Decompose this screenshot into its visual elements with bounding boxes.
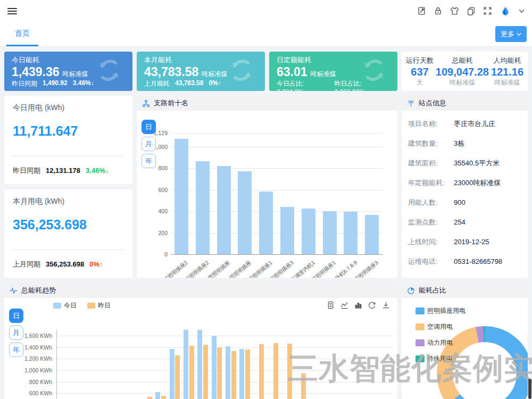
scrollbar-thumb[interactable]: [528, 379, 531, 399]
panel-header: 能耗占比: [402, 283, 528, 298]
y-axis-tick: 200: [137, 230, 168, 236]
site-row-label: 建筑数量:: [408, 139, 454, 148]
site-info-row: 建筑数量:3栋: [402, 134, 528, 153]
card-unit: 吨标准煤: [63, 70, 88, 79]
menu-toggle-icon[interactable]: [7, 6, 17, 16]
trend-bar-yesterday: [175, 355, 180, 399]
y-axis-tick: 0: [137, 251, 168, 257]
pie-icon: [407, 287, 415, 295]
site-row-label: 监测点数:: [408, 218, 454, 227]
card-value: 63.01: [277, 65, 307, 79]
restore-icon[interactable]: [368, 301, 376, 309]
site-info-rows: 项目名称:枣庄市台儿庄建筑数量:3栋建筑面积:35540.5平方米年定额能耗:2…: [402, 111, 528, 271]
card-today-energy: 今日能耗 1,439.36吨标准煤 昨日同期1,490.923.46%↓: [4, 52, 132, 91]
gridline: [56, 382, 393, 383]
site-row-value: 35540.5平方米: [454, 159, 500, 168]
panel-site-info: 站点信息 项目名称:枣庄市台儿庄建筑数量:3栋建筑面积:35540.5平方米年定…: [402, 96, 528, 278]
trend-bar-yesterday: [203, 345, 208, 399]
trend-period-年[interactable]: 年: [9, 343, 23, 357]
site-row-label: 用能人数:: [408, 198, 454, 207]
legend-item-动力用电[interactable]: 动力用电: [415, 338, 466, 347]
trend-bar-today: [184, 330, 188, 399]
bar-chart-icon[interactable]: [354, 301, 362, 309]
site-row-value: 枣庄市台儿庄: [454, 119, 495, 129]
tab-home[interactable]: 首页: [6, 29, 38, 46]
branch-period-年[interactable]: 年: [142, 154, 156, 168]
fullscreen-icon[interactable]: [483, 6, 492, 15]
site-row-value: 254: [454, 218, 466, 226]
site-row-label: 项目名称:: [408, 119, 454, 129]
branch-period-buttons: 日月年: [142, 120, 156, 168]
trend-period-buttons: 日月年: [9, 309, 23, 357]
trend-bar-yesterday: [147, 397, 152, 399]
trend-bar-yesterday: [273, 343, 278, 399]
legend-label: 空调用电: [427, 322, 453, 331]
dashboard-root: 首页 更多 今日能耗 1,439.36吨标准煤 昨日同期1,490.923.46…: [0, 0, 532, 399]
site-info-row: 建筑面积:35540.5平方米: [402, 153, 528, 173]
antenna-icon: [407, 99, 415, 107]
branch-bar: [259, 192, 273, 254]
data-view-icon[interactable]: [327, 301, 335, 309]
legend-item-特殊用电[interactable]: 特殊用电: [415, 354, 466, 363]
download-icon[interactable]: [382, 301, 390, 309]
trend-period-月[interactable]: 月: [9, 326, 23, 340]
line-chart-icon[interactable]: [340, 301, 348, 309]
legend-swatch: [415, 323, 425, 330]
chevron-down-icon[interactable]: [519, 9, 525, 13]
legend-item-照明插座用电[interactable]: 照明插座用电: [415, 306, 466, 315]
summary-stats-card: 运行天数637天 总能耗109,047.28吨标准煤 人均能耗121.16吨标准…: [402, 52, 528, 91]
legend-item-今日[interactable]: 今日: [53, 301, 77, 310]
gridline: [56, 359, 393, 359]
electricity-column: 今日用电 (kWh) 11,711.647 昨日同期12,131.1783.46…: [4, 96, 132, 278]
branch-bar: [196, 161, 210, 254]
pulse-icon: [10, 287, 18, 295]
site-row-value: 23000吨标准煤: [454, 178, 501, 188]
card-value: 1,439.36: [12, 65, 60, 79]
trend-bar-today: [170, 349, 174, 399]
trend-bar-today: [197, 330, 202, 399]
branch-period-月[interactable]: 月: [142, 137, 156, 151]
site-info-row: 项目名称:枣庄市台儿庄: [402, 114, 528, 134]
panel-header: 支路前十名: [137, 96, 397, 111]
compare-row: 昨日同期12,131.1783.46%↓: [13, 166, 109, 176]
branch-bar: [280, 207, 294, 254]
card-daily-quota-energy: 日定额能耗 63.01吨标准煤 今日占比: 2,284.2%昨日占比: 2,36…: [269, 52, 397, 91]
panel-month-electricity: 本月用电 (kWh) 356,253.698 上月同期356,253.6980%…: [4, 189, 132, 278]
legend-label: 今日: [64, 301, 77, 310]
logo-waterdrop[interactable]: [500, 5, 511, 17]
branch-bar: [217, 166, 231, 254]
refresh-arrows-icon: [360, 56, 388, 84]
copy-icon[interactable]: [467, 6, 476, 15]
trend-bar-yesterday: [231, 351, 236, 399]
gridline: [56, 347, 393, 348]
trend-bar-today: [239, 349, 244, 399]
branch-bar: [344, 212, 358, 254]
lock-icon[interactable]: [434, 6, 443, 15]
trend-bar-today: [155, 392, 160, 399]
x-axis-label: 1层照明插座2: [160, 259, 189, 278]
maintenance-icon[interactable]: [417, 6, 426, 15]
panel-today-electricity: 今日用电 (kWh) 11,711.647 昨日同期12,131.1783.46…: [4, 96, 132, 184]
divider: [12, 156, 125, 156]
site-row-label: 运维电话:: [408, 257, 454, 267]
branch-icon: [142, 99, 150, 107]
refresh-arrows-icon: [95, 56, 123, 84]
card-month-energy: 本月能耗 43,783.58吨标准煤 上月能耗43,783.580%↑: [137, 52, 265, 91]
theme-icon[interactable]: [450, 6, 459, 15]
trend-period-日[interactable]: 日: [9, 309, 23, 323]
trend-bar-yesterday: [259, 344, 264, 399]
y-axis-tick: 800 KWh: [4, 379, 52, 385]
y-axis-tick: 600 KWh: [4, 390, 52, 396]
trend-bar-yesterday: [217, 347, 222, 399]
gridline: [171, 147, 383, 147]
branch-period-日[interactable]: 日: [142, 120, 156, 134]
site-row-label: 建筑面积:: [408, 159, 454, 168]
more-button[interactable]: 更多: [495, 26, 527, 42]
legend-item-昨日[interactable]: 昨日: [87, 301, 111, 310]
kpi-cards-row: 今日能耗 1,439.36吨标准煤 昨日同期1,490.923.46%↓ 本月能…: [4, 52, 528, 91]
legend-label: 昨日: [98, 301, 111, 310]
card-unit: 吨标准煤: [202, 70, 227, 79]
y-axis-tick: 1,000 KWh: [4, 367, 52, 373]
branch-top10-chart: 02004006008001,0001,1291层照明插座23层照明插座21层照…: [137, 111, 397, 278]
legend-item-空调用电[interactable]: 空调用电: [415, 322, 466, 331]
